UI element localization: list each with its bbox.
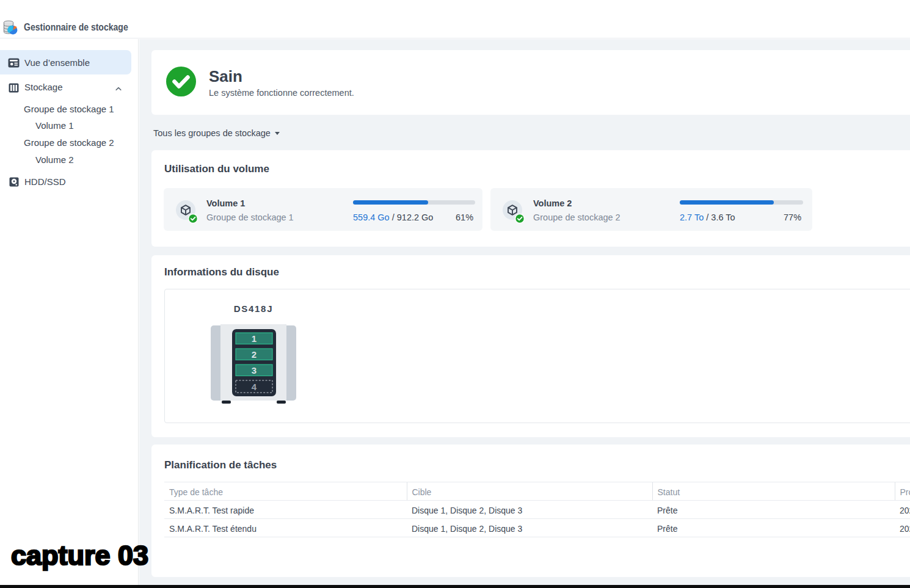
svg-text:1: 1 xyxy=(252,333,257,344)
svg-text:3: 3 xyxy=(252,365,257,376)
svg-text:4: 4 xyxy=(252,382,257,392)
svg-text:2: 2 xyxy=(252,349,257,360)
